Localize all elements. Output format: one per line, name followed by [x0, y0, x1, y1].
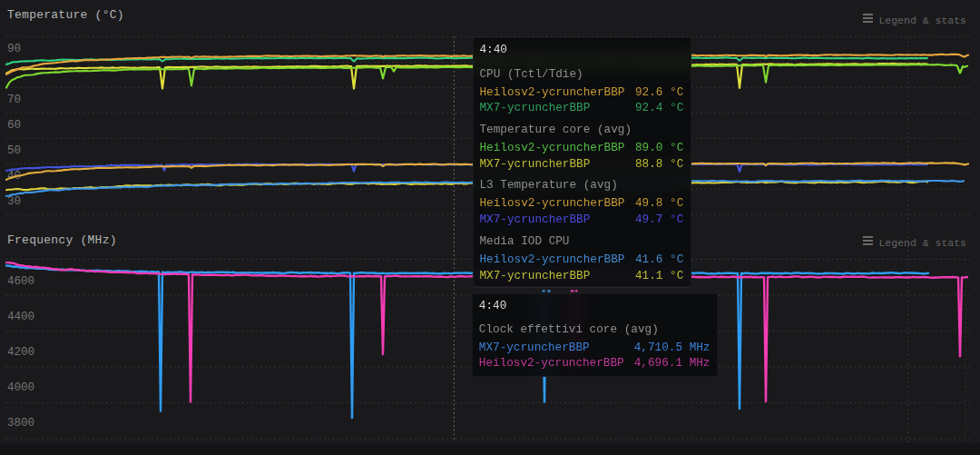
svg-text:90: 90 — [7, 43, 21, 55]
svg-text:30: 30 — [7, 195, 21, 208]
svg-text:4600: 4600 — [7, 275, 34, 288]
svg-text:70: 70 — [7, 94, 21, 106]
svg-text:4400: 4400 — [7, 311, 34, 323]
svg-text:50: 50 — [7, 144, 21, 157]
svg-text:3800: 3800 — [7, 417, 34, 430]
svg-text:4200: 4200 — [7, 346, 34, 359]
svg-text:60: 60 — [7, 119, 21, 132]
svg-text:4000: 4000 — [7, 381, 34, 394]
